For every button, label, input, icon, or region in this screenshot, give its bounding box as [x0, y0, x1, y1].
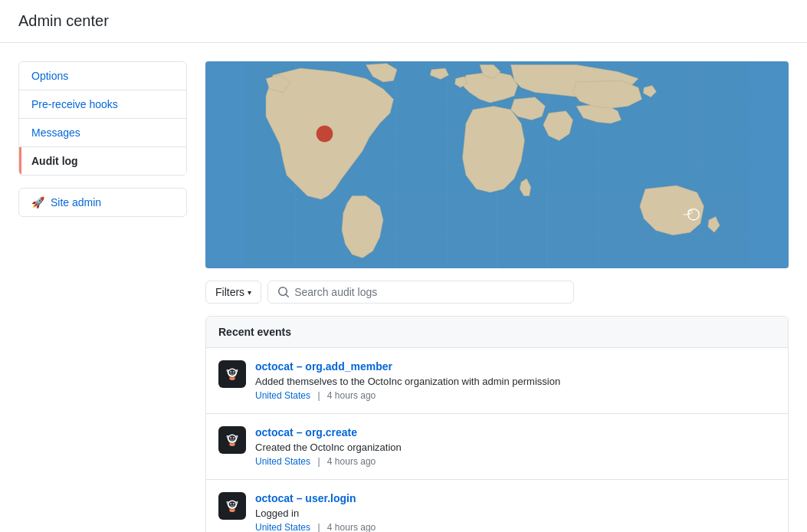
- recent-events-header: Recent events: [206, 317, 788, 348]
- layout: OptionsPre-receive hooksMessagesAudit lo…: [0, 43, 807, 532]
- main-content: Filters ▾ Recent events: [205, 61, 789, 532]
- event-title: octocat – org.add_member: [255, 360, 776, 373]
- svg-point-34: [231, 503, 231, 504]
- event-location-link[interactable]: United States: [255, 456, 310, 467]
- event-description: Added themselves to the OctoInc organiza…: [255, 376, 776, 387]
- map-svg: [205, 61, 789, 268]
- event-action-link[interactable]: octocat – org.create: [255, 426, 357, 438]
- filters-button[interactable]: Filters ▾: [205, 281, 261, 304]
- event-location-link[interactable]: United States: [255, 522, 310, 532]
- event-item: octocat – org.add_member Added themselve…: [206, 348, 788, 414]
- event-title: octocat – user.login: [255, 492, 776, 504]
- recent-events-panel: Recent events octocat – org.add_member: [205, 316, 789, 532]
- event-item: octocat – user.login Logged in United St…: [206, 480, 788, 532]
- event-action-link[interactable]: octocat – org.add_member: [255, 360, 392, 373]
- event-time: 4 hours ago: [327, 456, 376, 467]
- sidebar-item-pre-receive-hooks[interactable]: Pre-receive hooks: [19, 90, 186, 119]
- svg-point-21: [233, 371, 234, 372]
- avatar: [218, 360, 246, 388]
- svg-point-20: [231, 371, 231, 372]
- event-meta: United States | 4 hours ago: [255, 390, 776, 401]
- svg-point-28: [233, 437, 234, 438]
- sidebar-section: 🚀Site admin: [18, 188, 187, 217]
- event-description: Logged in: [255, 507, 776, 519]
- sidebar-item-audit-log[interactable]: Audit log: [19, 147, 186, 175]
- search-box: [267, 281, 574, 304]
- event-time: 4 hours ago: [327, 390, 376, 401]
- svg-point-27: [231, 437, 231, 438]
- sidebar-item-label: Site admin: [51, 196, 101, 209]
- event-meta: United States | 4 hours ago: [255, 456, 776, 467]
- page-header: Admin center: [0, 0, 807, 43]
- filters-label: Filters: [215, 286, 244, 298]
- sidebar-item-site-admin[interactable]: 🚀Site admin: [19, 189, 186, 216]
- event-description: Created the OctoInc organization: [255, 442, 776, 453]
- toolbar: Filters ▾: [205, 281, 789, 304]
- meta-separator: |: [317, 456, 320, 467]
- event-location-link[interactable]: United States: [255, 390, 310, 401]
- meta-separator: |: [317, 522, 320, 532]
- avatar: [218, 492, 246, 520]
- events-list: octocat – org.add_member Added themselve…: [206, 348, 788, 532]
- page-title: Admin center: [18, 12, 789, 30]
- event-action-link[interactable]: octocat – user.login: [255, 492, 356, 504]
- event-time: 4 hours ago: [327, 522, 376, 532]
- chevron-down-icon: ▾: [248, 288, 251, 297]
- event-content: octocat – user.login Logged in United St…: [255, 492, 776, 532]
- sidebar: OptionsPre-receive hooksMessagesAudit lo…: [18, 61, 187, 532]
- event-title: octocat – org.create: [255, 426, 776, 438]
- event-content: octocat – org.create Created the OctoInc…: [255, 426, 776, 467]
- map-dot-us: [317, 126, 333, 143]
- sidebar-nav: OptionsPre-receive hooksMessagesAudit lo…: [18, 61, 187, 176]
- sidebar-item-messages[interactable]: Messages: [19, 119, 186, 147]
- meta-separator: |: [317, 390, 320, 401]
- event-content: octocat – org.add_member Added themselve…: [255, 360, 776, 401]
- search-input[interactable]: [294, 286, 564, 298]
- svg-point-35: [233, 503, 234, 504]
- search-icon: [277, 286, 290, 298]
- rocket-icon: 🚀: [31, 196, 44, 209]
- event-item: octocat – org.create Created the OctoInc…: [206, 414, 788, 480]
- sidebar-item-options[interactable]: Options: [19, 62, 186, 90]
- avatar: [218, 426, 246, 454]
- event-meta: United States | 4 hours ago: [255, 522, 776, 532]
- world-map: [205, 61, 789, 268]
